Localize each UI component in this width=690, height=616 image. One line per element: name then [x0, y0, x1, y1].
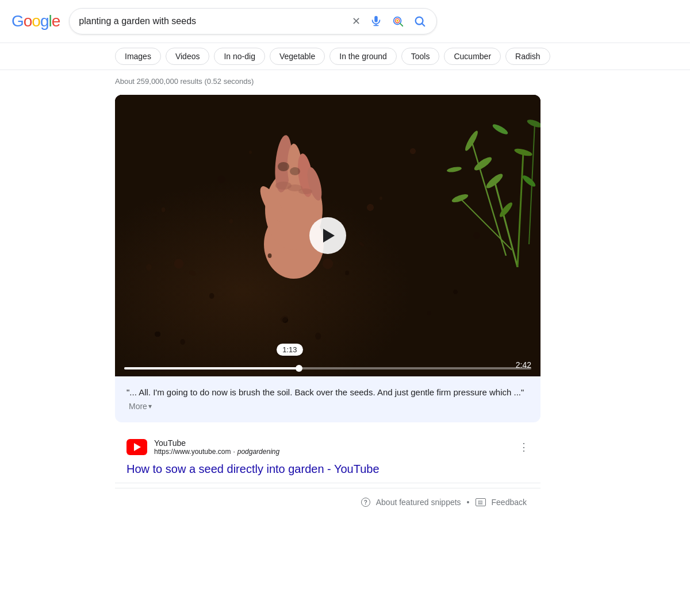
lens-icon — [392, 15, 404, 28]
svg-point-45 — [146, 264, 152, 271]
header: Google ✕ — [0, 0, 690, 43]
play-icon — [323, 229, 335, 242]
footer-dot: • — [467, 498, 470, 507]
svg-point-41 — [427, 311, 431, 315]
video-card: 1:13 2:42 "... All. I'm going to do now … — [115, 95, 540, 422]
chip-in-no-dig[interactable]: In no-dig — [214, 48, 264, 65]
svg-point-38 — [268, 253, 272, 258]
video-duration: 2:42 — [516, 360, 531, 369]
logo-o2: o — [32, 12, 40, 30]
play-button[interactable] — [309, 217, 346, 254]
svg-line-5 — [400, 24, 403, 26]
svg-point-39 — [315, 333, 321, 340]
svg-point-36 — [162, 207, 166, 212]
transcript-text: "... All. I'm going to do now is brush t… — [126, 387, 524, 397]
logo-e: e — [52, 12, 60, 30]
chip-vegetable[interactable]: Vegetable — [270, 48, 325, 65]
svg-point-43 — [249, 151, 252, 154]
footer-area: ? About featured snippets • ▤ Feedback — [115, 488, 540, 516]
kebab-menu-icon[interactable]: ⋮ — [519, 441, 529, 453]
source-row: YouTube https://www.youtube.com · podgar… — [115, 432, 540, 458]
clear-button[interactable]: ✕ — [351, 14, 362, 29]
svg-point-47 — [229, 219, 233, 224]
chevron-down-icon: ▾ — [148, 401, 152, 412]
search-icon — [413, 15, 426, 28]
about-snippets-link[interactable]: About featured snippets — [376, 498, 461, 507]
source-channel: podgardening — [237, 448, 279, 456]
result-title-link[interactable]: How to sow a seed directly into garden -… — [115, 458, 540, 478]
feedback-icon: ▤ — [476, 498, 486, 506]
yt-play-icon — [134, 443, 141, 451]
source-url: https://www.youtube.com · podgardening — [154, 448, 509, 456]
svg-point-48 — [189, 270, 196, 276]
lens-button[interactable] — [390, 14, 405, 29]
filter-bar: Images Videos In no-dig Vegetable In the… — [0, 43, 690, 70]
results-area: About 259,000,000 results (0.52 seconds) — [0, 70, 552, 528]
chip-in-the-ground[interactable]: In the ground — [329, 48, 397, 65]
chip-radish[interactable]: Radish — [505, 48, 550, 65]
progress-area: 1:13 2:42 — [115, 365, 540, 376]
time-tooltip: 1:13 — [277, 344, 302, 356]
svg-point-49 — [280, 315, 289, 323]
search-icons: ✕ — [351, 14, 427, 29]
chip-videos[interactable]: Videos — [166, 48, 210, 65]
close-icon: ✕ — [352, 15, 361, 28]
search-bar: ✕ — [69, 8, 437, 34]
logo-g: G — [12, 12, 24, 30]
svg-line-8 — [422, 24, 424, 26]
youtube-icon — [126, 439, 147, 455]
source-info: YouTube https://www.youtube.com · podgar… — [154, 438, 509, 456]
progress-dot — [296, 365, 302, 372]
svg-point-50 — [358, 241, 365, 247]
mic-icon — [370, 15, 382, 28]
progress-fill — [124, 367, 299, 369]
feedback-link[interactable]: Feedback — [492, 498, 527, 507]
url-separator: · — [233, 448, 235, 456]
chip-cucumber[interactable]: Cucumber — [444, 48, 501, 65]
voice-search-button[interactable] — [369, 14, 384, 29]
divider — [115, 483, 540, 483]
google-logo: Google — [12, 12, 60, 30]
logo-o1: o — [24, 12, 32, 30]
video-thumbnail[interactable]: 1:13 2:42 — [115, 95, 540, 376]
search-input[interactable] — [79, 16, 351, 26]
source-name: YouTube — [154, 438, 509, 448]
logo-g2: g — [40, 12, 49, 30]
progress-bar[interactable] — [124, 367, 531, 369]
more-link[interactable]: More ▾ — [129, 400, 152, 413]
search-button[interactable] — [412, 14, 427, 29]
results-count: About 259,000,000 results (0.52 seconds) — [115, 77, 540, 86]
svg-rect-0 — [375, 16, 378, 22]
svg-point-40 — [379, 197, 382, 200]
svg-point-44 — [345, 271, 349, 275]
source-url-text: https://www.youtube.com — [154, 448, 231, 456]
svg-point-42 — [181, 339, 185, 345]
chip-tools[interactable]: Tools — [401, 48, 440, 65]
question-icon: ? — [361, 498, 370, 507]
svg-point-6 — [397, 20, 399, 22]
chip-images[interactable]: Images — [115, 48, 161, 65]
more-label: More — [129, 400, 147, 413]
svg-point-37 — [209, 293, 214, 299]
transcript: "... All. I'm going to do now is brush t… — [115, 376, 540, 422]
